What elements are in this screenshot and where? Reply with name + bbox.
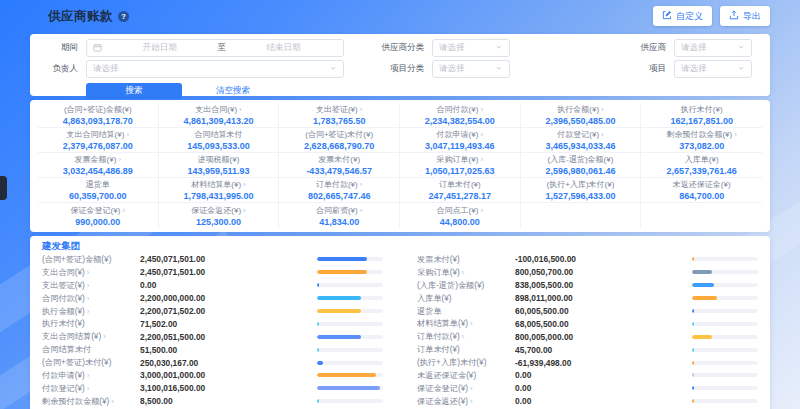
metric-label[interactable]: 支出合同(¥)› [42, 267, 140, 278]
export-button[interactable]: 导出 [720, 6, 770, 26]
metric-label[interactable]: 支出合同结算(¥)› [42, 331, 140, 342]
metric-value: 2,200,071,502.00 [140, 306, 244, 316]
chevron-right-icon: › [87, 281, 90, 290]
metric-label: 退货单 [417, 306, 515, 317]
stat-cell[interactable]: 付款申请(¥)›3,047,119,493.46 [400, 128, 521, 153]
project-category-select[interactable]: 请选择 [432, 60, 510, 78]
stat-value: 3,465,934,033.46 [545, 141, 615, 151]
metric-label[interactable]: 订单付款(¥)› [417, 331, 515, 342]
metric-row: 合同结算未付51,500.00 [42, 343, 383, 356]
metric-bar-fill [317, 322, 319, 326]
metric-row: 合同付款(¥)›2,200,000,000.00 [42, 292, 383, 305]
date-end-input[interactable]: 结束日期 [230, 42, 337, 54]
metric-value: 45,700.00 [515, 345, 619, 355]
chevron-right-icon: › [470, 384, 473, 393]
filter-row-1: 期间 开始日期 至 结束日期 供应商分类 请选择 供应商 请选择 [48, 39, 752, 57]
metric-bar-fill [317, 386, 380, 390]
project-select[interactable]: 请选择 [674, 60, 752, 78]
chevron-down-icon [737, 64, 745, 74]
metric-label[interactable]: 执行金额(¥)› [42, 306, 140, 317]
supplier-select[interactable]: 请选择 [674, 39, 752, 57]
stat-value: 4,861,309,413.20 [183, 116, 253, 126]
metric-label[interactable]: 材料结算单(¥)› [417, 318, 515, 329]
stat-label: 合同点工(¥)› [437, 205, 483, 216]
clear-search-link[interactable]: 清空搜索 [216, 85, 250, 97]
stat-cell[interactable]: 材料结算单(¥)›1,798,431,995.00 [159, 178, 280, 203]
metric-bar-fill [317, 399, 319, 403]
stat-value: 2,628,668,790.70 [304, 141, 374, 151]
stat-cell[interactable]: 合同付款(¥)›2,234,382,554.00 [400, 103, 521, 128]
stat-value: 802,665,747.46 [308, 191, 371, 201]
stat-cell[interactable]: 保证金返还(¥)›125,300.00 [159, 203, 280, 228]
date-range-picker[interactable]: 开始日期 至 结束日期 [86, 39, 344, 57]
stat-cell[interactable]: 采购订单(¥)›1,050,117,025.63 [400, 153, 521, 178]
search-button[interactable]: 搜索 [86, 83, 182, 99]
metric-label[interactable]: 支出签证(¥)› [42, 280, 140, 291]
metric-label[interactable]: 保证金登记(¥)› [417, 383, 515, 394]
sidebar-collapse-handle[interactable] [0, 176, 7, 200]
date-start-input[interactable]: 开始日期 [106, 42, 213, 54]
metric-label[interactable]: 剩余预付款金额(¥)› [42, 396, 140, 407]
stat-label: (入库-退货)金额(¥) [548, 154, 614, 165]
metric-value: 8,500.00 [140, 396, 244, 406]
stat-cell-empty [521, 203, 642, 228]
metric-value: 838,005,500.00 [515, 280, 619, 290]
stats-grid: (合同+签证)金额(¥)4,863,093,178.70支出合同(¥)›4,86… [38, 103, 762, 228]
stat-value: 373,082.00 [679, 141, 724, 151]
metric-row: 支出合同(¥)›2,450,071,501.00 [42, 266, 383, 279]
metric-bar [692, 335, 758, 339]
stat-cell[interactable]: 支出合同(¥)›4,861,309,413.20 [159, 103, 280, 128]
metric-value: 898,011,000.00 [515, 293, 619, 303]
stat-value: 145,093,533.00 [187, 141, 250, 151]
stat-cell[interactable]: 订单付款(¥)›802,665,747.46 [279, 178, 400, 203]
metric-bar [692, 309, 758, 313]
stat-cell[interactable]: 执行金额(¥)›2,396,550,485.00 [521, 103, 642, 128]
stat-cell: (执行+入库)未付(¥)1,527,596,433.00 [521, 178, 642, 203]
stat-value: 2,379,476,087.00 [63, 141, 133, 151]
stat-cell-empty [641, 203, 762, 228]
metric-bar [317, 361, 383, 365]
stat-cell: 发票未付(¥)-433,479,546.57 [279, 153, 400, 178]
stat-value: 44,800.00 [440, 217, 480, 227]
project-category-label: 项目分类 [344, 63, 424, 75]
stat-cell[interactable]: 保证金登记(¥)›990,000.00 [38, 203, 159, 228]
stat-label: 未返还保证金(¥) [673, 179, 731, 190]
metric-row: 付款登记(¥)›3,100,016,500.00 [42, 382, 383, 395]
help-icon[interactable]: ? [118, 11, 129, 22]
stat-cell: 合同结算未付145,093,533.00 [159, 128, 280, 153]
group-name[interactable]: 建发集团 [42, 239, 758, 252]
metric-label[interactable]: 付款登记(¥)› [42, 383, 140, 394]
metric-label[interactable]: 合同付款(¥)› [42, 293, 140, 304]
owner-select[interactable]: 请选择 [86, 60, 344, 78]
stat-value: 1,050,117,025.63 [425, 166, 495, 176]
metric-label[interactable]: 保证金返还(¥)› [417, 396, 515, 407]
metric-value: 2,200,000,000.00 [140, 293, 244, 303]
metric-bar-fill [692, 361, 694, 365]
stat-label: 执行金额(¥)› [557, 104, 603, 115]
metric-label[interactable]: 采购订单(¥)› [417, 267, 515, 278]
stat-cell[interactable]: 支出签证(¥)›1,783,765.50 [279, 103, 400, 128]
metric-row: 付款申请(¥)›3,000,001,000.00 [42, 369, 383, 382]
page-header: 供应商账款 ? 自定义 导出 [0, 0, 800, 32]
metric-bar [317, 399, 383, 403]
metric-bar-fill [692, 309, 694, 313]
stat-value: 4,863,093,178.70 [63, 116, 133, 126]
stat-cell[interactable]: 付款登记(¥)›3,465,934,033.46 [521, 128, 642, 153]
metric-label[interactable]: 付款申请(¥)› [42, 370, 140, 381]
metric-bar [692, 361, 758, 365]
stat-cell[interactable]: 发票金额(¥)›3,032,454,486.89 [38, 153, 159, 178]
metric-value: 0.00 [515, 370, 619, 380]
stat-cell[interactable]: 支出合同结算(¥)›2,379,476,087.00 [38, 128, 159, 153]
customize-button[interactable]: 自定义 [653, 6, 712, 26]
supplier-category-select[interactable]: 请选择 [432, 39, 510, 57]
metric-row: 订单未付(¥)45,700.00 [417, 343, 758, 356]
stat-cell: 未返还保证金(¥)864,700.00 [641, 178, 762, 203]
stat-cell[interactable]: 合同薪资(¥)›41,834.00 [279, 203, 400, 228]
stat-label: (合同+签证)金额(¥) [64, 104, 132, 115]
stat-cell[interactable]: 剩余预付款金额(¥)›373,082.00 [641, 128, 762, 153]
calendar-icon [93, 43, 102, 54]
stat-value: 3,047,119,493.46 [425, 141, 495, 151]
stat-cell: 入库单(¥)2,657,339,761.46 [641, 153, 762, 178]
stat-cell[interactable]: 合同点工(¥)›44,800.00 [400, 203, 521, 228]
metric-value: 2,200,051,500.00 [140, 332, 244, 342]
